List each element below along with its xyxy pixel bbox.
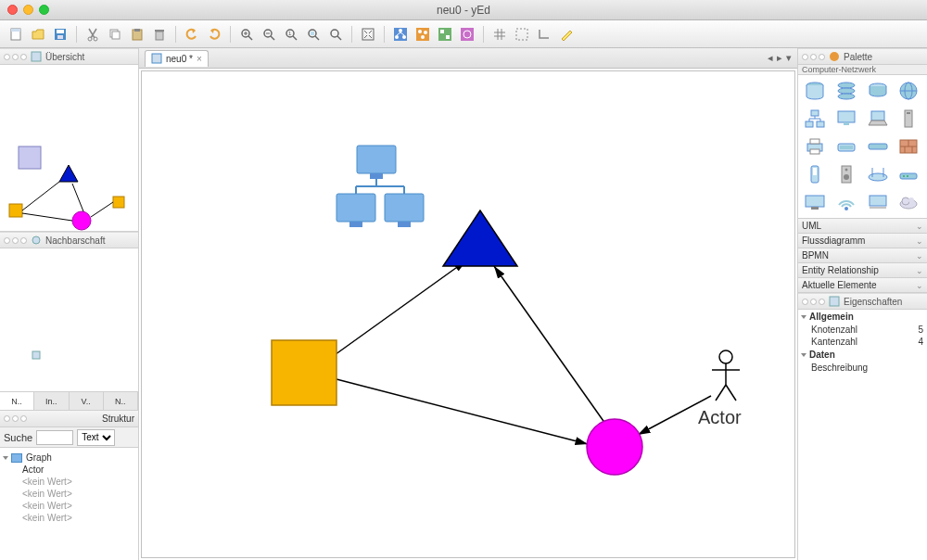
layout-circular-button[interactable]	[457, 24, 477, 45]
palette-item-scanner[interactable]	[833, 134, 859, 159]
orthogonal-edges-button[interactable]	[534, 24, 554, 45]
palette-category-er[interactable]: Entity Relationship⌄	[798, 263, 927, 278]
search-input[interactable]	[36, 430, 73, 445]
palette-item-router[interactable]	[865, 162, 891, 186]
paste-button[interactable]	[127, 24, 147, 45]
zoom-window-button[interactable]	[39, 5, 49, 15]
cut-button[interactable]	[83, 24, 103, 45]
close-tab-button[interactable]: ×	[197, 54, 202, 64]
layout-organic-button[interactable]	[413, 24, 433, 45]
palette-item-phone[interactable]	[802, 162, 828, 186]
node-circle[interactable]	[587, 419, 642, 475]
zoom-fit-button[interactable]	[325, 24, 346, 45]
property-group-data[interactable]: Daten	[798, 348, 927, 362]
neighborhood-panel-header[interactable]: Nachbarschaft	[0, 232, 138, 248]
highlighter-button[interactable]	[556, 24, 577, 45]
main-toolbar: 1	[0, 20, 927, 48]
redo-button[interactable]	[204, 24, 224, 45]
left-tab-3[interactable]: N..	[104, 392, 138, 410]
palette-item-cloud[interactable]	[895, 190, 921, 214]
layout-hierarchical-button[interactable]	[390, 24, 411, 45]
snap-toggle-button[interactable]	[512, 24, 532, 45]
node-actor[interactable]	[712, 350, 740, 401]
zoom-reset-button[interactable]: 1	[281, 24, 301, 45]
structure-panel-header[interactable]: Struktur	[0, 411, 138, 427]
palette-item-server-stack[interactable]	[833, 79, 859, 103]
palette-item-network[interactable]	[802, 107, 828, 131]
svg-rect-92	[840, 146, 853, 149]
properties-panel: Allgemein Knotenzahl5 Kantenzahl4 Daten …	[798, 310, 927, 560]
palette-item-laptop[interactable]	[865, 107, 891, 131]
undo-button[interactable]	[182, 24, 202, 45]
palette-panel-header[interactable]: Palette	[798, 48, 927, 65]
fit-content-button[interactable]	[358, 24, 378, 45]
tree-root[interactable]: Graph	[2, 452, 136, 464]
palette-item-database[interactable]	[802, 79, 828, 103]
palette-category-flowchart[interactable]: Flussdiagramm⌄	[798, 234, 927, 248]
svg-point-112	[844, 207, 848, 210]
svg-rect-11	[156, 32, 163, 40]
edge[interactable]	[337, 379, 588, 444]
palette-item-printer[interactable]	[802, 134, 828, 159]
svg-rect-40	[461, 28, 474, 41]
node-triangle[interactable]	[443, 210, 517, 266]
palette-item-wifi[interactable]	[833, 190, 859, 214]
palette-item-hub[interactable]	[865, 134, 891, 159]
next-tab-button[interactable]: ▸	[777, 52, 782, 64]
palette-category-uml[interactable]: UML⌄	[798, 219, 927, 234]
palette-item-monitor[interactable]	[833, 107, 859, 131]
tree-item[interactable]: <kein Wert>	[2, 512, 136, 524]
edge[interactable]	[494, 266, 605, 424]
graph-canvas[interactable]: Actor	[141, 70, 795, 558]
delete-button[interactable]	[149, 24, 170, 45]
palette-item-display[interactable]	[865, 190, 891, 214]
document-tab-bar: neu0 * × ◂ ▸ ▾	[139, 48, 797, 69]
palette-item-globe[interactable]	[895, 79, 921, 103]
edge[interactable]	[332, 261, 466, 357]
structure-tree[interactable]: Graph Actor <kein Wert> <kein Wert> <kei…	[0, 448, 138, 560]
palette-category-bpmn[interactable]: BPMN⌄	[798, 248, 927, 263]
zoom-selection-button[interactable]	[303, 24, 324, 45]
left-tab-0[interactable]: N..	[0, 392, 34, 410]
tree-item[interactable]: <kein Wert>	[2, 500, 136, 512]
palette-item-disk[interactable]	[865, 79, 891, 103]
svg-rect-47	[113, 197, 124, 208]
overview-panel-header[interactable]: Übersicht	[0, 48, 138, 65]
new-file-button[interactable]	[6, 24, 26, 45]
palette-item-modem[interactable]	[895, 162, 921, 186]
close-window-button[interactable]	[7, 5, 18, 15]
palette-category-current[interactable]: Aktuelle Elemente⌄	[798, 278, 927, 293]
zoom-out-button[interactable]	[259, 24, 279, 45]
layout-orthogonal-button[interactable]	[435, 24, 455, 45]
svg-rect-82	[817, 121, 824, 127]
property-group-general[interactable]: Allgemein	[798, 310, 927, 324]
svg-rect-90	[810, 149, 819, 154]
grid-toggle-button[interactable]	[489, 24, 510, 45]
tree-item[interactable]: <kein Wert>	[2, 476, 136, 488]
tree-item[interactable]: Actor	[2, 464, 136, 476]
svg-rect-80	[811, 110, 819, 116]
overview-panel[interactable]	[0, 65, 138, 232]
copy-button[interactable]	[105, 24, 125, 45]
svg-rect-110	[806, 196, 824, 207]
actor-label: Actor	[698, 407, 742, 427]
search-type-select[interactable]: Text	[77, 429, 115, 446]
svg-rect-57	[370, 173, 383, 179]
tab-list-button[interactable]: ▾	[786, 52, 792, 64]
zoom-in-button[interactable]	[236, 24, 257, 45]
palette-item-tower[interactable]	[895, 107, 921, 131]
document-tab[interactable]: neu0 * ×	[145, 50, 209, 67]
neighborhood-panel-title: Nachbarschaft	[45, 235, 105, 246]
node-network-cluster[interactable]	[337, 146, 424, 227]
palette-item-firewall[interactable]	[895, 134, 921, 159]
save-file-button[interactable]	[50, 24, 70, 45]
minimize-window-button[interactable]	[23, 5, 33, 15]
palette-item-tv[interactable]	[802, 190, 828, 214]
open-file-button[interactable]	[28, 24, 48, 45]
properties-panel-header[interactable]: Eigenschaften	[798, 293, 927, 310]
prev-tab-button[interactable]: ◂	[768, 52, 773, 64]
palette-item-speaker[interactable]	[833, 162, 859, 186]
node-square[interactable]	[272, 340, 337, 405]
svg-line-24	[315, 36, 319, 40]
tree-item[interactable]: <kein Wert>	[2, 488, 136, 500]
